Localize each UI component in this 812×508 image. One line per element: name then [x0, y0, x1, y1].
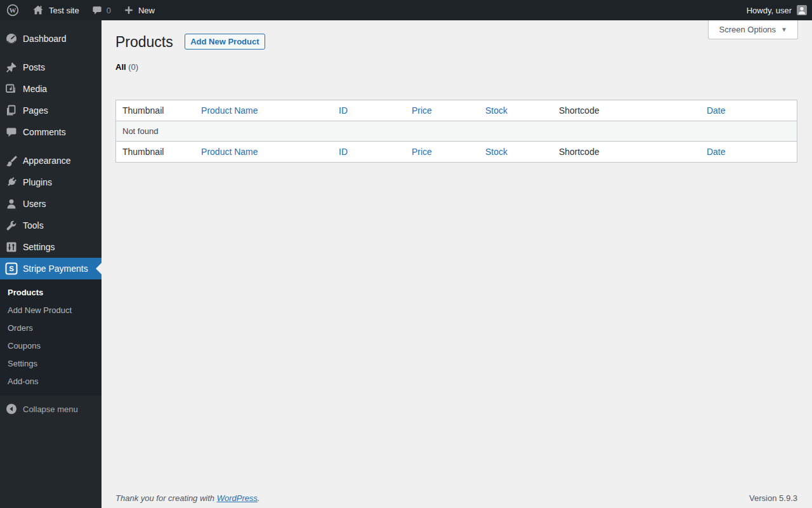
sidebar-item-label: Stripe Payments — [23, 264, 88, 274]
howdy-text: Howdy, user — [747, 6, 792, 15]
admin-footer: Thank you for creating with WordPress. V… — [115, 493, 797, 503]
svg-text:W: W — [10, 6, 16, 14]
sidebar-item-label: Comments — [23, 127, 66, 137]
column-header-id[interactable]: ID — [332, 100, 405, 121]
site-link[interactable]: Test site — [25, 0, 86, 20]
column-header-stock[interactable]: Stock — [479, 100, 553, 121]
settings-sliders-icon — [5, 241, 18, 253]
comment-count: 0 — [107, 6, 111, 15]
plus-icon — [124, 5, 134, 15]
version-text: Version 5.9.3 — [749, 493, 797, 503]
screen-options-button[interactable]: Screen Options ▼ — [708, 20, 798, 39]
column-footer-price[interactable]: Price — [405, 142, 479, 163]
screen-options-label: Screen Options — [719, 25, 776, 34]
content-area: Screen Options ▼ Products Add New Produc… — [102, 20, 812, 508]
wordpress-logo-icon: W — [6, 4, 19, 17]
empty-results-message: Not found — [116, 121, 797, 142]
wp-logo-menu[interactable]: W — [0, 0, 25, 20]
footer-thanks-suffix: . — [258, 493, 260, 503]
pushpin-icon — [5, 61, 18, 74]
footer-thanks-prefix: Thank you for creating with — [115, 493, 217, 503]
chevron-down-icon: ▼ — [781, 26, 787, 33]
sidebar-item-appearance[interactable]: Appearance — [0, 150, 102, 171]
pages-icon — [5, 104, 18, 117]
home-icon — [32, 4, 44, 17]
menu-separator — [0, 50, 102, 57]
new-content-menu[interactable]: New — [117, 0, 161, 20]
sidebar-item-label: Dashboard — [23, 34, 67, 44]
sidebar-item-stripe-payments[interactable]: S Stripe Payments — [0, 258, 102, 279]
paintbrush-icon — [5, 154, 18, 167]
collapse-menu-button[interactable]: Collapse menu — [0, 398, 102, 420]
sidebar-item-label: Settings — [23, 242, 55, 252]
filter-all-count: (0) — [128, 62, 138, 72]
site-name: Test site — [49, 6, 79, 15]
table-footer-row: Thumbnail Product Name ID Price Stock Sh… — [116, 142, 797, 163]
sidebar-item-posts[interactable]: Posts — [0, 57, 102, 78]
submenu-item-settings[interactable]: Settings — [0, 355, 102, 373]
column-header-date[interactable]: Date — [700, 100, 797, 121]
sidebar-item-users[interactable]: Users — [0, 193, 102, 215]
admin-bar: W Test site 0 New Howdy, user — [0, 0, 812, 20]
wrench-icon — [5, 219, 18, 232]
user-icon — [5, 197, 18, 210]
column-header-shortcode: Shortcode — [553, 100, 700, 121]
comments-shortcut[interactable]: 0 — [86, 0, 117, 20]
sidebar-item-label: Media — [23, 84, 47, 94]
column-footer-date[interactable]: Date — [700, 142, 797, 163]
sidebar-item-label: Appearance — [23, 156, 71, 166]
svg-text:S: S — [9, 265, 14, 272]
wordpress-link[interactable]: WordPress — [217, 493, 258, 503]
dashboard-gauge-icon — [5, 32, 18, 45]
submenu-item-coupons[interactable]: Coupons — [0, 337, 102, 355]
column-footer-product-name[interactable]: Product Name — [195, 142, 332, 163]
filter-all-link[interactable]: All — [115, 62, 126, 72]
list-filter-row: All (0) — [115, 62, 797, 72]
collapse-arrow-icon — [5, 403, 18, 415]
page-title: Products — [115, 33, 173, 51]
submenu-item-products[interactable]: Products — [0, 284, 102, 302]
stripe-s-icon: S — [5, 262, 18, 275]
products-table: Thumbnail Product Name ID Price Stock Sh… — [115, 100, 797, 163]
sidebar-item-settings[interactable]: Settings — [0, 236, 102, 258]
menu-separator — [0, 143, 102, 150]
admin-menu: Dashboard Posts Media Pages — [0, 20, 102, 508]
account-menu[interactable]: Howdy, user — [747, 5, 812, 15]
comment-bubble-icon — [5, 126, 18, 138]
sidebar-item-plugins[interactable]: Plugins — [0, 171, 102, 193]
collapse-menu-label: Collapse menu — [23, 404, 78, 414]
submenu-item-add-new-product[interactable]: Add New Product — [0, 302, 102, 319]
stripe-payments-submenu: Products Add New Product Orders Coupons … — [0, 279, 102, 396]
sidebar-item-label: Pages — [23, 105, 48, 116]
sidebar-item-comments[interactable]: Comments — [0, 121, 102, 143]
media-icon — [5, 83, 18, 95]
sidebar-item-pages[interactable]: Pages — [0, 100, 102, 121]
column-footer-id[interactable]: ID — [332, 142, 405, 163]
submenu-item-add-ons[interactable]: Add-ons — [0, 373, 102, 391]
table-header-row: Thumbnail Product Name ID Price Stock Sh… — [116, 100, 797, 121]
column-footer-thumbnail: Thumbnail — [116, 142, 195, 163]
add-new-product-button[interactable]: Add New Product — [185, 34, 265, 50]
sidebar-item-tools[interactable]: Tools — [0, 215, 102, 236]
column-header-price[interactable]: Price — [405, 100, 479, 121]
sidebar-item-media[interactable]: Media — [0, 78, 102, 100]
column-footer-stock[interactable]: Stock — [479, 142, 553, 163]
comment-bubble-icon — [92, 5, 102, 15]
plug-icon — [5, 176, 18, 189]
sidebar-item-label: Posts — [23, 62, 45, 72]
sidebar-item-dashboard[interactable]: Dashboard — [0, 28, 102, 50]
sidebar-item-label: Tools — [23, 220, 44, 231]
column-footer-shortcode: Shortcode — [553, 142, 700, 163]
new-label: New — [138, 6, 155, 15]
footer-thanks-text: Thank you for creating with WordPress. — [115, 493, 260, 503]
avatar — [797, 5, 807, 15]
sidebar-item-label: Users — [23, 199, 46, 209]
column-header-thumbnail: Thumbnail — [116, 100, 195, 121]
sidebar-item-label: Plugins — [23, 177, 52, 187]
empty-results-row: Not found — [116, 121, 797, 142]
submenu-item-orders[interactable]: Orders — [0, 319, 102, 337]
column-header-product-name[interactable]: Product Name — [195, 100, 332, 121]
